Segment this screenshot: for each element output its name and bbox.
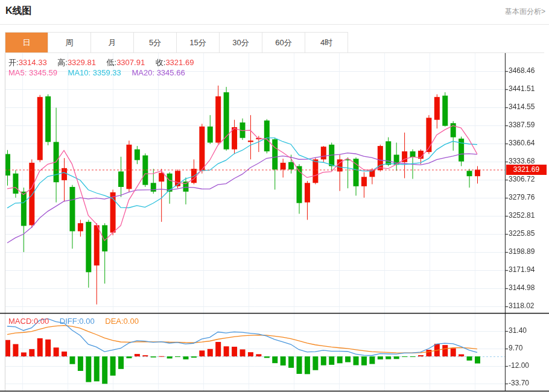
- macd-label: MACD:: [8, 317, 34, 326]
- period-tab-4[interactable]: 15分: [177, 33, 220, 52]
- y-axis-tick-label: -33.70: [509, 379, 529, 387]
- period-tab-0[interactable]: 日: [5, 33, 48, 52]
- open-label: 开:: [8, 58, 19, 67]
- period-tab-5[interactable]: 30分: [220, 33, 262, 52]
- dea-label: DEA:: [105, 317, 123, 326]
- close-label: 收:: [156, 58, 166, 67]
- y-axis-tick-label: -12.00: [509, 361, 529, 370]
- period-tab-bar: 日周月5分15分30分60分4时: [5, 32, 348, 53]
- diff-label: DIFF:: [60, 317, 80, 326]
- y-axis-tick-label: 3360.64: [509, 139, 535, 147]
- period-tab-7[interactable]: 4时: [305, 33, 347, 52]
- low-label: 低:: [107, 58, 117, 67]
- y-axis-tick-label: 3171.94: [509, 265, 535, 274]
- dea-value: 0.00: [124, 317, 139, 326]
- page-title: K线图: [5, 5, 32, 17]
- ma20-value: 3345.66: [157, 68, 185, 77]
- period-tab-3[interactable]: 5分: [134, 33, 177, 52]
- y-axis-tick-label: 3198.89: [509, 247, 535, 256]
- header-divider: [0, 24, 549, 25]
- ma10-value: 3359.33: [93, 68, 121, 77]
- open-value: 3314.33: [19, 58, 47, 67]
- y-axis-tick-label: 9.70: [509, 344, 522, 352]
- ohlc-readout: 开:3314.33 高:3329.81 低:3307.91 收:3321.69: [8, 57, 202, 68]
- y-axis-tick-label: 3414.55: [509, 103, 535, 111]
- y-axis-tick-label: 3144.98: [509, 283, 535, 292]
- period-tab-2[interactable]: 月: [91, 33, 134, 52]
- close-value: 3321.69: [165, 58, 194, 67]
- y-axis-tick-label: 3225.85: [509, 229, 535, 238]
- macd-value: 0.00: [34, 317, 49, 326]
- ma5-label: MA5:: [8, 68, 27, 77]
- ma-readout: MA5: 3345.59 MA10: 3359.33 MA20: 3345.66: [8, 68, 194, 77]
- y-axis-tick-label: 3252.81: [509, 211, 535, 220]
- diff-value: 0.00: [79, 317, 94, 326]
- y-axis-tick-label: 3441.51: [509, 84, 535, 93]
- kline-page: K线图 基本面分析> 日周月5分15分30分60分4时 开:3314.33 高:…: [0, 0, 549, 392]
- y-axis-tick-label: 3468.46: [509, 66, 535, 75]
- kline-chart-canvas[interactable]: [0, 53, 549, 392]
- high-value: 3329.81: [68, 58, 96, 67]
- period-tab-6[interactable]: 60分: [262, 33, 305, 52]
- y-axis-tick-label: 3279.76: [509, 193, 535, 201]
- ma20-label: MA20:: [132, 68, 154, 77]
- ma5-value: 3345.59: [29, 68, 57, 77]
- y-axis-tick-label: 31.40: [509, 326, 527, 335]
- y-axis-tick-label: 3306.72: [509, 175, 535, 183]
- ma10-label: MA10:: [68, 68, 91, 77]
- period-tab-1[interactable]: 周: [48, 33, 91, 52]
- low-value: 3307.91: [116, 58, 145, 67]
- fundamental-analysis-link[interactable]: 基本面分析>: [505, 7, 545, 17]
- high-label: 高:: [57, 58, 68, 67]
- current-price-tag: 3321.69: [506, 165, 547, 175]
- macd-readout: MACD:0.00 DIFF:0.00 DEA:0.00: [8, 317, 147, 326]
- y-axis-tick-label: 3118.02: [509, 302, 535, 310]
- y-axis-tick-label: 3387.59: [509, 121, 535, 129]
